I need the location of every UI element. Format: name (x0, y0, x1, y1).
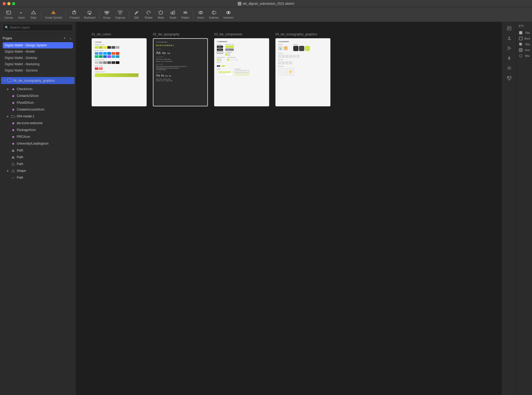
toolbar-union[interactable]: Union (195, 9, 206, 20)
pages-chevron-button[interactable]: ⌄ (68, 35, 73, 41)
layer-dw-icons-welcome[interactable]: ▶ ◆ dw-icons-welcome (0, 120, 76, 127)
toolbar-group[interactable]: Group (101, 9, 113, 20)
toolbar-intersect[interactable]: Intersect (221, 9, 235, 20)
symbol-icon: ◆ (11, 87, 15, 91)
page-item-mobile[interactable]: Digital Wallet - Mobile (3, 48, 73, 55)
svg-rect-46 (519, 37, 522, 40)
svg-rect-2 (7, 12, 8, 13)
medal-chevron: ▶ (6, 115, 9, 118)
close-button[interactable] (3, 2, 6, 5)
upload-icon-btn[interactable] (504, 34, 514, 43)
minimize-button[interactable] (7, 2, 10, 5)
blur-row[interactable]: Blur (518, 53, 531, 59)
toolbar-edit[interactable]: Edit (131, 9, 142, 20)
toolbar-forward[interactable]: Forward (68, 9, 81, 20)
layer-shape[interactable]: ▶ Shape (0, 167, 76, 174)
search-bar: 🔍 (0, 22, 76, 33)
toolbar-rotate[interactable]: Rotate (143, 9, 154, 20)
main-content: 🔍 Pages + ⌄ Digital Wallet - Design Syst… (0, 22, 532, 395)
thumb-icons-frame[interactable]: 1 ICONOGRAPHY MY ICON 📡 📶 GRAPHIC (275, 38, 330, 106)
create-symbol-icon (51, 10, 56, 16)
inner-shadows-row[interactable]: Inne (518, 47, 531, 53)
union-label: Union (197, 16, 204, 19)
toolbar-create-symbol[interactable]: Create Symbol (43, 9, 64, 20)
toolbar-data[interactable]: Data (28, 9, 39, 20)
rotate-label: Rotate (145, 16, 152, 19)
layer-contactus-label: ContactUS/Icon (17, 94, 39, 98)
thumb-components-frame[interactable]: 1 COMPONENTS BUTTONS Button Button Butto… (214, 38, 269, 106)
page-item-design-system[interactable]: Digital Wallet - Design System (3, 42, 73, 48)
page-group-chevron: ▼ (3, 79, 6, 82)
symbol-icon-7: ◆ (11, 135, 15, 139)
toolbar-flatten[interactable]: Flatten (179, 9, 191, 20)
layer-contactus-icon[interactable]: ▶ ◆ ContactUS/Icon (0, 92, 76, 99)
symbol-icon-8: ◆ (11, 141, 15, 146)
mask-icon (158, 10, 163, 16)
toolbar-canvas[interactable]: Canvas (2, 9, 15, 20)
bolt-icon-btn[interactable] (504, 53, 514, 63)
thumb-typography-label: 02_dw_typography (153, 32, 208, 36)
svg-rect-29 (8, 79, 11, 82)
svg-marker-36 (508, 47, 511, 50)
play-icon-btn[interactable] (504, 43, 514, 53)
export-icon-btn[interactable] (504, 73, 514, 83)
ungroup-icon (118, 10, 123, 16)
toolbar-mask[interactable]: Mask (155, 9, 167, 20)
symbol-icon-4: ◆ (11, 107, 15, 112)
borders-row[interactable]: Bord (518, 36, 531, 41)
toolbar-sep-4 (129, 11, 129, 19)
style-panel-title: STY (518, 24, 531, 28)
layer-path-3[interactable]: ▶ Path (0, 161, 76, 167)
search-input[interactable] (3, 24, 73, 31)
canvas-area[interactable]: 01_dw_colors 7 COLORS PRIMARY COLORS (76, 22, 502, 395)
page-item-symbols[interactable]: Digital Wallet - Symbols (3, 67, 73, 74)
layer-university-icon[interactable]: ▶ ◆ University/LoadingIcon (0, 140, 76, 147)
page-item-marketing[interactable]: Digital Wallet - Marketing (3, 61, 73, 67)
current-page-group[interactable]: ▼ 04_dw_iconography_graphics (1, 77, 75, 84)
thumb-icons-label: 04_dw_iconography_graphics (275, 32, 330, 36)
svg-rect-15 (119, 13, 121, 14)
right-panels: STY Fills Bord Sha Inne (502, 22, 532, 395)
canvas-label: Canvas (4, 16, 13, 19)
layer-prc-icon[interactable]: ▶ ◆ PRC/Icon (0, 133, 76, 140)
layer-check-icon[interactable]: ▶ ◆ Check/Icon (0, 86, 76, 92)
svg-rect-18 (171, 12, 173, 14)
layer-004-medal[interactable]: ▶ 004-medal-1 (0, 113, 76, 120)
layer-faceid-icon[interactable]: ▶ ◆ FAceID/Icon (0, 99, 76, 106)
thumbnail-iconography[interactable]: 04_dw_iconography_graphics 1 ICONOGRAPHY… (275, 32, 330, 106)
layer-path-1[interactable]: ▶ Path (0, 147, 76, 154)
grid-icon-btn[interactable] (504, 63, 514, 73)
thumbnail-colors[interactable]: 01_dw_colors 7 COLORS PRIMARY COLORS (92, 32, 147, 106)
blur-label: Blur (525, 54, 530, 57)
thumb-typography-frame[interactable]: TYPOGRAPHY MONTSERRAT WEIGHTS Aa Aa Aa L… (153, 38, 208, 106)
svg-rect-6 (73, 12, 76, 14)
thumbnail-typography[interactable]: 02_dw_typography TYPOGRAPHY MONTSERRAT W… (153, 32, 208, 106)
toolbar-backward[interactable]: Backward (82, 9, 98, 20)
toolbar-subtract[interactable]: Subtract (207, 9, 221, 20)
thumb-colors-label: 01_dw_colors (92, 32, 147, 36)
thumbnail-components[interactable]: 03_dw_components 1 COMPONENTS BUTTONS Bu… (214, 32, 269, 106)
thumb-colors-frame[interactable]: 7 COLORS PRIMARY COLORS ACTION COLORS (92, 38, 147, 106)
mask-label: Mask (158, 16, 164, 19)
forward-icon (72, 10, 77, 16)
add-page-button[interactable]: + (63, 35, 67, 41)
toolbar-insert[interactable]: + Insert (16, 9, 27, 20)
inspector-icon-btn[interactable] (504, 24, 514, 33)
fullscreen-button[interactable] (12, 2, 15, 5)
toolbar-scale[interactable]: Scale (167, 9, 179, 20)
layer-path-4[interactable]: ▶ Path (0, 174, 76, 181)
borders-label: Bord (524, 37, 530, 40)
layer-createaccount-icon[interactable]: ▶ ◆ CreateAccount/Icon (0, 106, 76, 113)
layer-package-icon[interactable]: ▶ ◆ Package/Icon (0, 127, 76, 133)
toolbar-ungroup[interactable]: Ungroup (113, 9, 127, 20)
flatten-label: Flatten (181, 16, 189, 19)
file-icon (238, 2, 241, 6)
shadows-row[interactable]: Sha (518, 41, 531, 47)
fills-row[interactable]: Fills (518, 30, 531, 36)
path-icon-2 (11, 155, 15, 159)
canvas-icon (6, 10, 11, 16)
window-title: dw_dignari_submission_2021.sketch (238, 2, 294, 6)
layer-path-2[interactable]: ▶ Path (0, 154, 76, 161)
data-label: Data (31, 16, 36, 19)
page-item-desktop[interactable]: Digital Wallet - Desktop (3, 55, 73, 61)
